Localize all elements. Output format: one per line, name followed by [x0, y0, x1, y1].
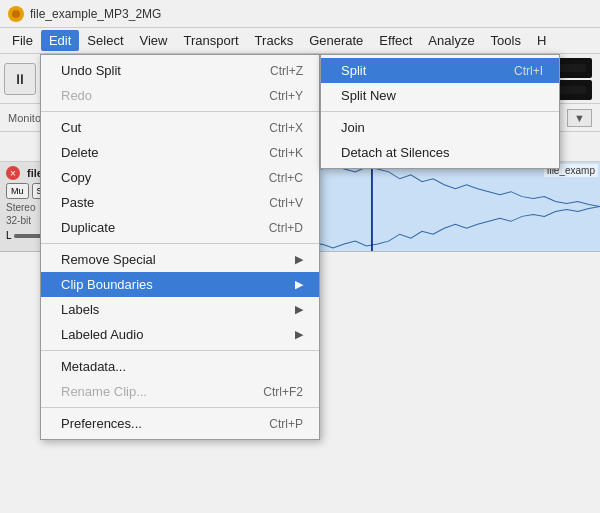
menu-metadata[interactable]: Metadata...: [41, 354, 319, 379]
mute-button[interactable]: Mu: [6, 183, 29, 199]
menu-edit[interactable]: Edit: [41, 30, 79, 51]
edit-menu-dropdown: Undo Split Ctrl+Z Redo Ctrl+Y Cut Ctrl+X…: [40, 54, 320, 440]
title-bar: file_example_MP3_2MG: [0, 0, 600, 28]
menu-analyze[interactable]: Analyze: [420, 30, 482, 51]
arrow-labeled-audio: ▶: [295, 328, 303, 341]
menu-generate[interactable]: Generate: [301, 30, 371, 51]
menu-select[interactable]: Select: [79, 30, 131, 51]
submenu-detach-silences[interactable]: Detach at Silences: [321, 140, 559, 165]
svg-point-0: [12, 10, 20, 18]
submenu-split-new[interactable]: Split New: [321, 83, 559, 108]
shortcut-duplicate: Ctrl+D: [269, 221, 303, 235]
monitoring-dropdown[interactable]: ▼: [567, 109, 592, 127]
menu-rename-clip[interactable]: Rename Clip... Ctrl+F2: [41, 379, 319, 404]
menu-transport[interactable]: Transport: [175, 30, 246, 51]
shortcut-redo: Ctrl+Y: [269, 89, 303, 103]
app-icon: [8, 6, 24, 22]
menu-bar: File Edit Select View Transport Tracks G…: [0, 28, 600, 54]
shortcut-preferences: Ctrl+P: [269, 417, 303, 431]
menu-tracks[interactable]: Tracks: [247, 30, 302, 51]
shortcut-paste: Ctrl+V: [269, 196, 303, 210]
shortcut-delete: Ctrl+K: [269, 146, 303, 160]
menu-view[interactable]: View: [132, 30, 176, 51]
menu-remove-special[interactable]: Remove Special ▶: [41, 247, 319, 272]
menu-tools[interactable]: Tools: [483, 30, 529, 51]
arrow-labels: ▶: [295, 303, 303, 316]
menu-effect[interactable]: Effect: [371, 30, 420, 51]
menu-paste[interactable]: Paste Ctrl+V: [41, 190, 319, 215]
menu-duplicate[interactable]: Duplicate Ctrl+D: [41, 215, 319, 240]
toolbar-pause[interactable]: ⏸: [4, 63, 36, 95]
submenu-join[interactable]: Join: [321, 115, 559, 140]
separator-2: [41, 243, 319, 244]
arrow-clip-boundaries: ▶: [295, 278, 303, 291]
window-title: file_example_MP3_2MG: [30, 7, 161, 21]
shortcut-rename: Ctrl+F2: [263, 385, 303, 399]
submenu-separator: [321, 111, 559, 112]
menu-labeled-audio[interactable]: Labeled Audio ▶: [41, 322, 319, 347]
arrow-remove-special: ▶: [295, 253, 303, 266]
menu-undo-split[interactable]: Undo Split Ctrl+Z: [41, 58, 319, 83]
menu-clip-boundaries[interactable]: Clip Boundaries ▶: [41, 272, 319, 297]
submenu-split[interactable]: Split Ctrl+I: [321, 58, 559, 83]
shortcut-cut: Ctrl+X: [269, 121, 303, 135]
menu-delete[interactable]: Delete Ctrl+K: [41, 140, 319, 165]
menu-redo[interactable]: Redo Ctrl+Y: [41, 83, 319, 108]
track-gain-label: L: [6, 230, 12, 241]
separator-1: [41, 111, 319, 112]
shortcut-undo: Ctrl+Z: [270, 64, 303, 78]
track-close-btn[interactable]: ×: [6, 166, 20, 180]
shortcut-copy: Ctrl+C: [269, 171, 303, 185]
menu-preferences[interactable]: Preferences... Ctrl+P: [41, 411, 319, 436]
menu-cut[interactable]: Cut Ctrl+X: [41, 115, 319, 140]
shortcut-split: Ctrl+I: [514, 64, 543, 78]
separator-3: [41, 350, 319, 351]
separator-4: [41, 407, 319, 408]
menu-copy[interactable]: Copy Ctrl+C: [41, 165, 319, 190]
menu-labels[interactable]: Labels ▶: [41, 297, 319, 322]
menu-help[interactable]: H: [529, 30, 554, 51]
clip-boundaries-submenu: Split Ctrl+I Split New Join Detach at Si…: [320, 54, 560, 169]
menu-file[interactable]: File: [4, 30, 41, 51]
